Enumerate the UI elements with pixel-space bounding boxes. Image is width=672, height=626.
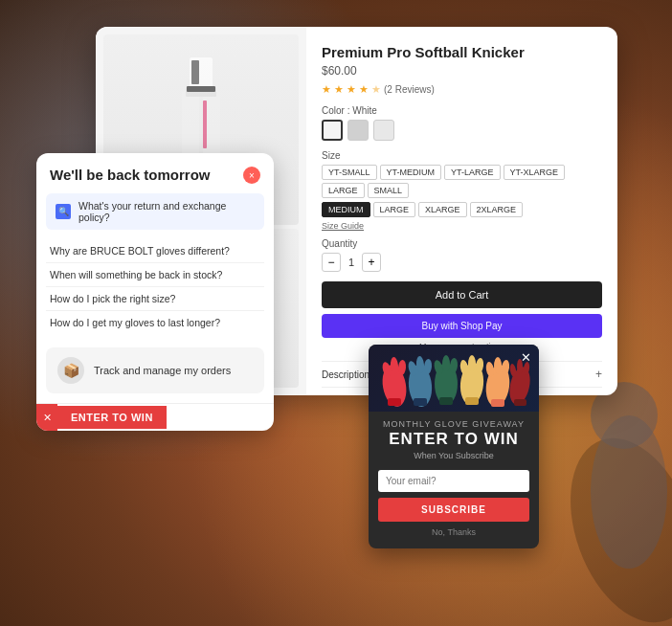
faq-item-4[interactable]: How do I get my gloves to last longer? [46, 311, 264, 334]
color-swatch-white[interactable] [322, 120, 343, 141]
star-1: ★ [322, 83, 331, 96]
track-orders-section[interactable]: 📦 Track and manage my orders [46, 347, 264, 393]
popup-enter-to-win-title: ENTER TO WIN [369, 431, 539, 449]
size-yt-xlarge[interactable]: YT-XLARGE [504, 165, 566, 180]
size-small[interactable]: SMALL [368, 183, 410, 198]
size-label-text: Size [322, 150, 602, 161]
svg-rect-10 [187, 86, 215, 92]
size-medium[interactable]: MEDIUM [322, 202, 370, 217]
product-price: $60.00 [322, 64, 602, 78]
chat-search-text: What's your return and exchange policy? [78, 200, 255, 223]
add-to-cart-button[interactable]: Add to Cart [322, 281, 602, 308]
size-options-row2: MEDIUM LARGE XLARGE 2XLARGE [322, 202, 602, 217]
chat-header: We'll be back tomorrow × [36, 153, 274, 193]
size-xlarge[interactable]: XLARGE [418, 202, 467, 217]
buy-now-label: Buy with Shop Pay [422, 321, 503, 331]
footer-close-button[interactable]: ✕ [36, 404, 57, 431]
popup-email-input[interactable] [378, 470, 529, 492]
qty-decrease[interactable]: − [322, 253, 341, 272]
star-3: ★ [347, 83, 356, 96]
search-icon: 🔍 [56, 204, 71, 219]
enter-to-win-button[interactable]: ENTER TO WIN [57, 406, 167, 429]
svg-rect-35 [465, 397, 479, 405]
popup-monthly-label: Monthly Glove Giveaway [369, 419, 539, 429]
svg-point-32 [442, 355, 450, 372]
product-rating: ★ ★ ★ ★ ★ (2 Reviews) [322, 83, 602, 96]
track-text: Track and manage my orders [94, 365, 231, 376]
faq-item-1[interactable]: Why are BRUCE BOLT gloves different? [46, 239, 264, 263]
svg-rect-20 [388, 398, 401, 406]
popup-subscribe-button[interactable]: SUBSCRIBE [378, 498, 529, 522]
giveaway-popup: ✕ [369, 345, 539, 548]
size-large-sm[interactable]: LARGE [322, 183, 365, 198]
buy-now-button[interactable]: Buy with Shop Pay [322, 314, 602, 338]
popup-close-button[interactable]: ✕ [521, 350, 531, 365]
size-yt-large[interactable]: YT-LARGE [444, 165, 501, 180]
faq-item-3[interactable]: How do I pick the right size? [46, 287, 264, 311]
chat-footer: ✕ ENTER TO WIN [36, 403, 274, 431]
size-options-row1: YT-SMALL YT-MEDIUM YT-LARGE YT-XLARGE LA… [322, 165, 602, 198]
svg-rect-45 [514, 399, 526, 406]
qty-increase[interactable]: + [362, 253, 381, 272]
star-2: ★ [334, 83, 344, 96]
popup-subtitle: When You Subscribe [369, 451, 539, 460]
faq-item-2[interactable]: When will something be back in stock? [46, 263, 264, 287]
svg-point-37 [468, 355, 476, 372]
svg-point-2 [591, 415, 667, 569]
product-title: Premium Pro Softball Knicker [322, 44, 602, 60]
size-guide-link[interactable]: Size Guide [322, 221, 602, 231]
product-detail: Premium Pro Softball Knicker $60.00 ★ ★ … [306, 27, 617, 395]
star-4: ★ [359, 83, 369, 96]
chat-search-item[interactable]: 🔍 What's your return and exchange policy… [46, 193, 264, 230]
color-options [322, 120, 602, 141]
chat-widget: We'll be back tomorrow × 🔍 What's your r… [36, 153, 274, 431]
color-label: Color : White [322, 105, 602, 116]
chat-faq: Why are BRUCE BOLT gloves different? Whe… [36, 239, 274, 342]
svg-point-42 [494, 357, 502, 374]
size-yt-small[interactable]: YT-SMALL [322, 165, 377, 180]
chat-close-button[interactable]: × [243, 167, 260, 184]
popup-no-thanks[interactable]: No, Thanks [369, 527, 539, 537]
size-yt-medium[interactable]: YT-MEDIUM [380, 165, 442, 180]
svg-rect-40 [491, 399, 504, 407]
gloves-banner [369, 345, 539, 412]
star-5: ★ [371, 83, 381, 96]
svg-rect-25 [414, 398, 427, 406]
review-count: (2 Reviews) [384, 84, 435, 95]
chat-search-section: 🔍 What's your return and exchange policy… [46, 193, 264, 230]
track-icon: 📦 [57, 357, 84, 384]
color-swatch-light[interactable] [373, 120, 394, 141]
qty-value: 1 [348, 257, 354, 268]
svg-rect-11 [203, 101, 207, 148]
svg-rect-4 [191, 60, 199, 84]
size-large[interactable]: LARGE [373, 202, 416, 217]
chat-title: We'll be back tomorrow [50, 167, 211, 183]
color-swatch-gray[interactable] [347, 120, 369, 141]
quantity-control: − 1 + [322, 253, 602, 272]
size-2xlarge[interactable]: 2XLARGE [470, 202, 524, 217]
quantity-label: Quantity [322, 238, 602, 249]
svg-rect-30 [439, 397, 453, 405]
